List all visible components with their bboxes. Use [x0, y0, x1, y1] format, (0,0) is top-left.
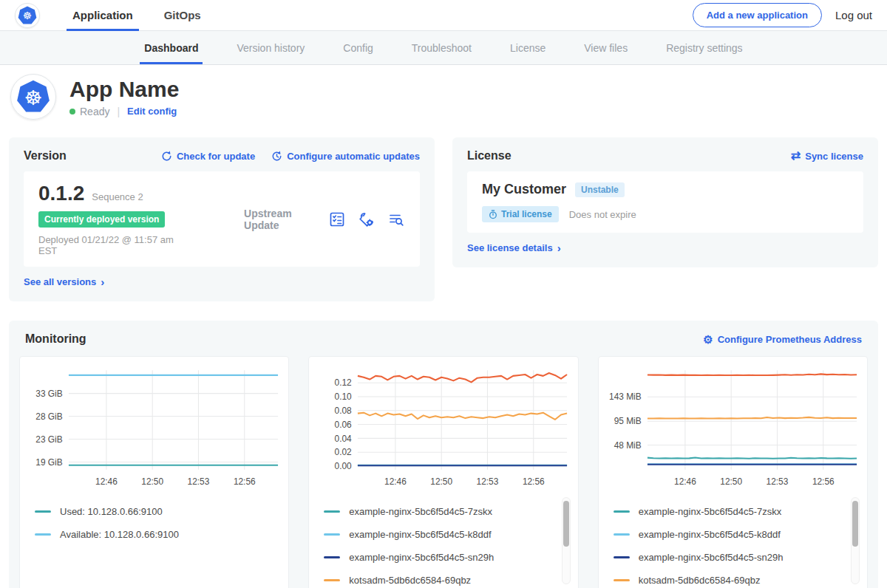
svg-text:12:53: 12:53 — [766, 476, 788, 487]
version-card-title: Version — [24, 149, 67, 163]
legend-swatch — [614, 556, 630, 558]
sync-license-link[interactable]: ⇄ Sync license — [791, 150, 863, 162]
upstream-update-label: Upstream Update — [244, 208, 328, 231]
chevron-right-icon: › — [557, 242, 561, 254]
svg-text:0.06: 0.06 — [335, 420, 353, 430]
svg-text:12:56: 12:56 — [523, 476, 545, 487]
page-title: App Name — [69, 77, 179, 101]
svg-text:0.12: 0.12 — [335, 377, 352, 388]
chart-card-cpu-usage: 0.000.020.040.060.080.100.1212:4612:5012… — [308, 356, 578, 588]
svg-text:12:46: 12:46 — [674, 476, 696, 487]
svg-text:12:53: 12:53 — [477, 476, 499, 487]
monitoring-title: Monitoring — [25, 332, 86, 346]
channel-badge: Unstable — [575, 182, 625, 197]
preflight-checks-icon[interactable] — [328, 211, 346, 228]
license-panel: My Customer Unstable Trial license Does … — [467, 171, 863, 233]
legend-item: example-nginx-5bc6f5d4c5-7zskx — [324, 506, 563, 517]
view-logs-icon[interactable] — [387, 211, 405, 228]
legend-scrollbar[interactable] — [851, 497, 860, 584]
add-new-application-button[interactable]: Add a new application — [693, 3, 822, 27]
app-icon: ☸ — [10, 74, 56, 120]
chart-legend: example-nginx-5bc6f5d4c5-7zskxexample-ng… — [603, 494, 863, 588]
trial-license-badge: Trial license — [482, 206, 559, 222]
svg-text:12:46: 12:46 — [384, 476, 407, 487]
svg-text:☸: ☸ — [24, 86, 42, 109]
legend-scrollbar-thumb[interactable] — [852, 501, 858, 547]
sync-arrows-icon: ⇄ — [791, 150, 801, 162]
chart-card-memory-usage: 48 MiB95 MiB143 MiB12:4612:5012:5312:56e… — [598, 356, 868, 588]
stopwatch-icon — [489, 210, 497, 219]
summary-cards-row: Version Check for update Configure au — [9, 137, 878, 301]
legend-label: Available: 10.128.0.66:9100 — [60, 529, 179, 540]
svg-text:0.04: 0.04 — [335, 434, 353, 444]
customer-name: My Customer — [482, 182, 566, 197]
current-version-panel: 0.1.2 Sequence 2 Currently deployed vers… — [24, 171, 420, 267]
app-header: ☸ App Name Ready | Edit config — [0, 65, 887, 130]
svg-text:12:50: 12:50 — [431, 476, 453, 487]
see-all-versions-link[interactable]: See all versions › — [24, 276, 104, 288]
legend-item: example-nginx-5bc6f5d4c5-sn29h — [324, 552, 563, 563]
legend-swatch — [614, 579, 630, 581]
app-sub-navigation: DashboardVersion historyConfigTroublesho… — [0, 31, 887, 65]
svg-text:12:56: 12:56 — [812, 476, 835, 487]
subnav-tab-license[interactable]: License — [491, 31, 565, 64]
legend-swatch — [324, 533, 340, 536]
topnav-tab-gitops[interactable]: GitOps — [154, 0, 211, 30]
legend-label: example-nginx-5bc6f5d4c5-7zskx — [349, 506, 492, 517]
legend-swatch — [35, 533, 51, 536]
svg-text:19 GiB: 19 GiB — [35, 457, 62, 468]
monitoring-card: Monitoring ⚙ Configure Prometheus Addres… — [9, 321, 878, 588]
legend-scrollbar[interactable] — [562, 497, 571, 584]
log-out-button[interactable]: Log out — [835, 9, 872, 21]
license-card: License ⇄ Sync license My Customer Unsta… — [452, 137, 878, 267]
legend-label: Used: 10.128.0.66:9100 — [60, 506, 163, 517]
subnav-tab-dashboard[interactable]: Dashboard — [125, 31, 217, 64]
legend-label: example-nginx-5bc6f5d4c5-sn29h — [639, 552, 784, 563]
legend-label: kotsadm-5db6dc6584-69qbz — [639, 575, 761, 586]
see-all-versions-label: See all versions — [24, 276, 96, 287]
configure-prometheus-link[interactable]: ⚙ Configure Prometheus Address — [703, 334, 862, 345]
svg-text:0.08: 0.08 — [335, 406, 353, 416]
svg-text:12:53: 12:53 — [188, 476, 210, 487]
version-number: 0.1.2 — [38, 182, 84, 205]
see-license-details-link[interactable]: See license details › — [467, 242, 561, 254]
topnav-tab-application[interactable]: Application — [62, 0, 143, 30]
svg-text:12:50: 12:50 — [720, 476, 742, 487]
charts-grid: 19 GiB23 GiB28 GiB33 GiB12:4612:5012:531… — [19, 356, 868, 588]
gear-icon: ⚙ — [703, 334, 713, 345]
chart-card-disk-usage: 19 GiB23 GiB28 GiB33 GiB12:4612:5012:531… — [19, 356, 289, 588]
config-wrench-icon[interactable] — [358, 211, 375, 228]
legend-swatch — [324, 510, 340, 513]
subnav-tab-registry-settings[interactable]: Registry settings — [647, 31, 761, 64]
kubernetes-logo-icon: ☸ — [18, 6, 37, 25]
svg-text:23 GiB: 23 GiB — [35, 434, 62, 445]
legend-item: Available: 10.128.0.66:9100 — [35, 529, 273, 540]
chevron-right-icon: › — [101, 276, 104, 288]
currently-deployed-badge: Currently deployed version — [38, 211, 165, 228]
kubernetes-logo: ☸ — [15, 3, 40, 28]
legend-scrollbar-thumb[interactable] — [563, 501, 569, 547]
svg-text:12:50: 12:50 — [141, 476, 163, 487]
legend-label: example-nginx-5bc6f5d4c5-7zskx — [639, 506, 782, 517]
edit-config-link[interactable]: Edit config — [127, 106, 177, 117]
svg-text:12:46: 12:46 — [95, 476, 118, 487]
legend-swatch — [35, 510, 51, 513]
disk-usage-plot: 19 GiB23 GiB28 GiB33 GiB12:4612:5012:531… — [24, 363, 284, 494]
subnav-tab-config[interactable]: Config — [324, 31, 392, 64]
subnav-tab-view-files[interactable]: View files — [565, 31, 647, 64]
subnav-tab-version-history[interactable]: Version history — [217, 31, 324, 64]
legend-swatch — [324, 579, 340, 581]
subnav-tab-troubleshoot[interactable]: Troubleshoot — [392, 31, 491, 64]
deployed-timestamp: Deployed 01/21/22 @ 11:57 am EST — [38, 234, 192, 256]
legend-label: example-nginx-5bc6f5d4c5-sn29h — [349, 552, 494, 563]
status-text: Ready — [80, 106, 109, 117]
configure-prometheus-label: Configure Prometheus Address — [718, 334, 862, 345]
legend-swatch — [324, 556, 340, 558]
legend-item: example-nginx-5bc6f5d4c5-k8ddf — [324, 529, 563, 540]
legend-label: example-nginx-5bc6f5d4c5-k8ddf — [639, 529, 781, 540]
svg-text:☸: ☸ — [23, 10, 32, 21]
see-license-details-label: See license details — [467, 242, 553, 253]
configure-automatic-updates-link[interactable]: Configure automatic updates — [271, 151, 420, 162]
svg-text:95 MiB: 95 MiB — [614, 416, 641, 426]
check-for-update-link[interactable]: Check for update — [161, 151, 255, 162]
